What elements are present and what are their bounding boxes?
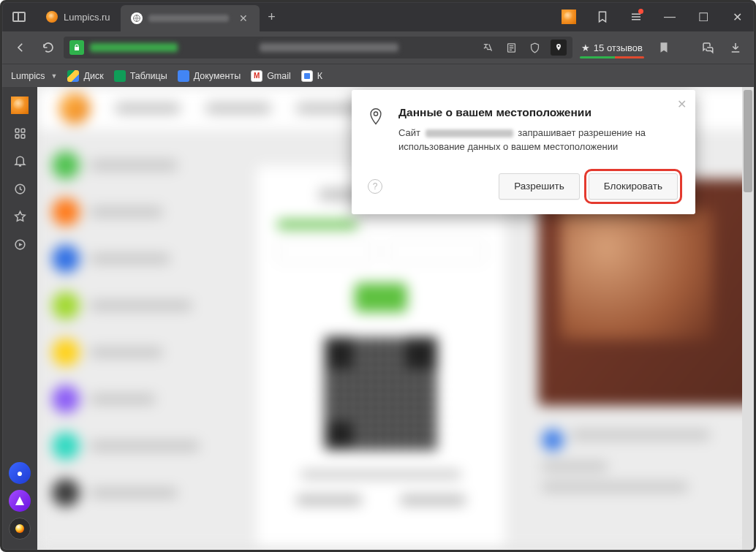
drive-icon: [67, 70, 79, 82]
docs-icon: [178, 70, 189, 82]
tab-active[interactable]: ✕: [121, 5, 260, 31]
protect-icon[interactable]: [527, 39, 543, 56]
popup-message: Сайт запрашивает разрешение на использов…: [398, 126, 678, 154]
rail-service-3[interactable]: [9, 518, 31, 540]
url-host-blurred: [90, 43, 178, 52]
feedback-button[interactable]: [695, 41, 720, 54]
rail-apps-icon[interactable]: [7, 121, 32, 145]
bookmark-label: Документы: [194, 71, 241, 81]
collections-icon[interactable]: [586, 2, 619, 31]
bookmark-docs[interactable]: Документы: [178, 70, 241, 82]
block-button[interactable]: Блокировать: [589, 173, 678, 200]
sidebar-toggle-button[interactable]: [2, 2, 36, 31]
scrollbar-thumb[interactable]: [744, 90, 752, 192]
url-title-blurred: [260, 43, 398, 52]
window-minimize-button[interactable]: —: [653, 2, 687, 31]
rail-history-icon[interactable]: [7, 176, 32, 201]
address-bar: ★ 15 отзывов: [2, 31, 754, 64]
bookmark-sheets[interactable]: Таблицы: [114, 70, 167, 82]
chevron-down-icon: ▼: [51, 72, 58, 80]
gmail-icon: M: [251, 70, 262, 82]
svg-rect-4: [15, 135, 19, 138]
rail-media-icon[interactable]: [7, 232, 32, 257]
window-close-button[interactable]: ✕: [720, 2, 754, 31]
side-rail: ●: [2, 87, 37, 550]
bookmark-label: Диск: [83, 71, 103, 81]
tab-title-blurred: [148, 15, 229, 22]
menu-button[interactable]: [619, 2, 653, 31]
location-pin-icon: [368, 106, 387, 154]
favicon-orange-icon: [46, 11, 58, 23]
tab-label: Lumpics.ru: [64, 12, 110, 23]
svg-rect-5: [21, 135, 25, 138]
svg-rect-2: [15, 129, 19, 132]
favicon-globe-icon: [131, 12, 143, 24]
reader-icon[interactable]: [504, 39, 520, 56]
scrollbar-track[interactable]: [742, 87, 754, 550]
window-maximize-button[interactable]: ☐: [687, 2, 720, 31]
bookmarks-bar: Lumpics▼ Диск Таблицы Документы MGmail К: [2, 64, 754, 87]
popup-site-blurred: [426, 129, 513, 137]
rail-favorites-icon[interactable]: [7, 204, 32, 229]
lock-icon: [69, 40, 84, 55]
reload-button[interactable]: [36, 35, 61, 60]
rail-notifications-icon[interactable]: [7, 148, 32, 173]
rail-home-icon[interactable]: [7, 93, 32, 118]
bookmark-label: Gmail: [267, 71, 291, 81]
popup-title: Данные о вашем местоположении: [398, 106, 678, 119]
allow-button[interactable]: Разрешить: [499, 173, 580, 200]
url-field[interactable]: [64, 37, 572, 58]
omnibox-indicators: [480, 39, 567, 56]
reviews-text: 15 отзывов: [594, 42, 643, 53]
bookmark-gmail[interactable]: MGmail: [251, 70, 291, 82]
sheets-icon: [114, 70, 126, 82]
tab-lumpics[interactable]: Lumpics.ru: [36, 2, 121, 31]
nav-back-button[interactable]: [8, 35, 33, 60]
rail-service-2[interactable]: [9, 490, 31, 512]
bookmark-label: Таблицы: [130, 71, 167, 81]
location-permission-indicator[interactable]: [551, 39, 567, 56]
reviews-badge[interactable]: ★ 15 отзывов: [575, 42, 649, 53]
popup-help-button[interactable]: ?: [368, 179, 382, 194]
bookmarks-folder-label: Lumpics: [11, 71, 45, 81]
content-area: ●: [2, 87, 754, 550]
svg-rect-3: [21, 129, 25, 132]
browser-window: Lumpics.ru ✕ + — ☐ ✕: [0, 0, 756, 552]
calendar-icon: [301, 70, 313, 82]
bookmark-label: К: [317, 71, 322, 81]
location-permission-popup: ✕ Данные о вашем местоположении Сайт зап…: [352, 90, 695, 214]
tab-close-button[interactable]: ✕: [239, 12, 248, 24]
star-icon: ★: [581, 42, 590, 53]
svg-point-8: [374, 112, 377, 116]
bookmark-calendar[interactable]: К: [301, 70, 322, 82]
titlebar: Lumpics.ru ✕ + — ☐ ✕: [2, 2, 754, 31]
downloads-button[interactable]: [723, 41, 748, 54]
bookmark-drive[interactable]: Диск: [67, 70, 103, 82]
popup-close-button[interactable]: ✕: [677, 97, 687, 111]
rail-service-1[interactable]: ●: [9, 462, 31, 484]
page-viewport: ✕ Данные о вашем местоположении Сайт зап…: [37, 87, 754, 550]
new-tab-button[interactable]: +: [260, 2, 284, 31]
translate-icon[interactable]: [480, 39, 496, 56]
profile-avatar[interactable]: [552, 2, 586, 31]
bookmarks-folder-lumpics[interactable]: Lumpics▼: [11, 71, 57, 81]
bookmark-page-button[interactable]: [651, 41, 676, 54]
